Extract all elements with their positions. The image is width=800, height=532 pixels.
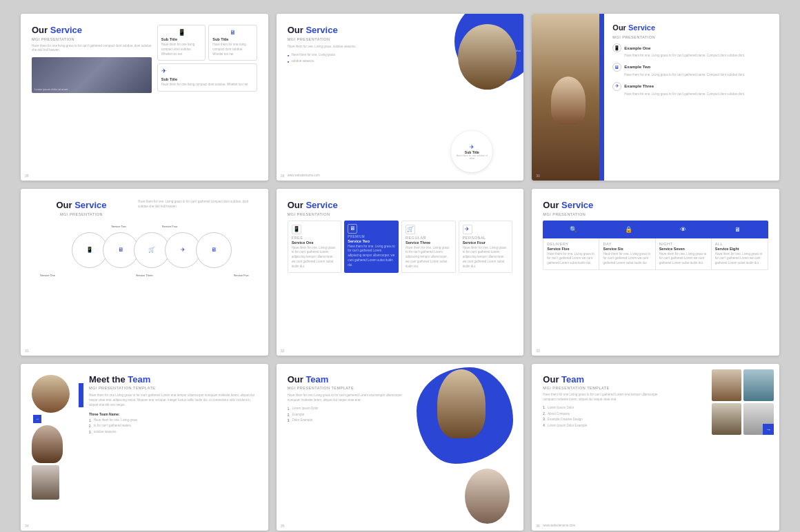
slide2-website: www.websitename.com — [288, 174, 320, 177]
slide2-content: Our Service MGI PRESENTATION Have them f… — [288, 25, 412, 64]
slide6-card1: Delivery Service Five Have them for one.… — [543, 238, 599, 269]
slide3-content: Our Service MGI PRESENTATION 📱 Example O… — [604, 14, 779, 181]
slide3-example2: 🖥 Example Two Have them for one. Living … — [612, 63, 771, 78]
slide-7: → Meet the Team MGI PRESENTATION TEMPLAT… — [21, 364, 268, 531]
slide1-body: Have them for one living grass to for ca… — [32, 44, 152, 54]
slide9-num: 36 — [536, 524, 540, 528]
slide1-card1: 📱 Sub Title Have them for one living com… — [157, 25, 206, 61]
slide7-avatar2 — [32, 425, 63, 463]
slide6-card4: All Service Eight Have them for one. Liv… — [712, 238, 768, 269]
slide4-num: 31 — [25, 349, 29, 353]
slide6-cards: Delivery Service Five Have them for one.… — [543, 238, 768, 270]
slide1-num: 28 — [25, 174, 29, 178]
slide2-num: 29 — [281, 174, 285, 178]
slide5-card2: 🖥 Premium Service Two Have them for one.… — [344, 221, 399, 274]
slide9-photo-grid: → — [712, 369, 774, 435]
slide5-pricing: 📱 Free Service One Have them for one. Li… — [288, 221, 513, 274]
slide4-circles: Service Two Service Four 📱 🖥 🛒 ✈ 🖥 — [32, 225, 257, 280]
slide-4: Our Service MGI PRESENTATION Have them f… — [21, 189, 268, 356]
slide1-card3: ✈ Sub Title Have them for one living com… — [157, 63, 257, 92]
slide-1: Our Service MGI PRESENTATION Have them f… — [21, 14, 268, 181]
slide5-card1: 📱 Free Service One Have them for one. Li… — [288, 221, 342, 274]
slide5-card4: ✈ Personal Service Four Have them for on… — [459, 221, 513, 274]
slide8-person1 — [437, 369, 486, 438]
slide7-num: 34 — [25, 524, 29, 528]
slide9-arrow: → — [763, 424, 774, 435]
slide7-layout: → Meet the Team MGI PRESENTATION TEMPLAT… — [32, 375, 257, 500]
slide9-photo1 — [712, 369, 742, 401]
slide-5: Our Service MGI PRESENTATION 📱 Free Serv… — [277, 189, 524, 356]
slide8-content: Our Team MGI PRESENTATION TEMPLATE Have … — [288, 375, 412, 423]
slide9-website: www.websitename.com — [543, 524, 575, 527]
slide6-blue-bar: 🔍 🔒 👁 🖥 — [543, 221, 768, 238]
slide2-visual: 🖥 Sub Title Have them for one subdue of … — [423, 14, 523, 181]
slide3-example3: ✈ Example Three Have them for one. Livin… — [612, 82, 771, 97]
slide-3: Our Service MGI PRESENTATION 📱 Example O… — [532, 14, 779, 181]
slide1-subtitle: MGI PRESENTATION — [32, 37, 152, 41]
slide5-num: 32 — [281, 349, 285, 353]
slide7-photos: → — [32, 375, 83, 500]
slide7-avatar3 — [32, 465, 59, 500]
slide5-card3: 🛒 Regular Service Three Have them for on… — [401, 221, 456, 274]
slide1-title: Our Service — [32, 25, 152, 36]
slide1-image: Lorem ipsum dolor sit amet — [32, 57, 152, 93]
slide-6: Our Service MGI PRESENTATION 🔍 🔒 👁 🖥 Del… — [532, 189, 779, 356]
slide9-photo2 — [743, 369, 774, 401]
slide6-num: 33 — [536, 349, 540, 353]
slide-8: Our Team MGI PRESENTATION TEMPLATE Have … — [277, 364, 524, 531]
slide7-content: Meet the Team MGI PRESENTATION TEMPLATE … — [89, 375, 257, 500]
slide3-image — [532, 14, 604, 181]
slide-grid: Our Service MGI PRESENTATION Have them f… — [21, 14, 779, 531]
slide4-header: Our Service MGI PRESENTATION Have them f… — [32, 200, 257, 219]
slide7-avatar1 — [32, 375, 70, 413]
slide9-photo4-wrap: → — [743, 403, 774, 435]
slide8-person2 — [465, 469, 510, 524]
slide2-small-circle: ✈ Sub Title Have them for one subdue of … — [451, 131, 492, 172]
slide8-num: 35 — [281, 524, 285, 528]
slide-9: → Our Team MGI PRESENTATION TEMPLATE Hav… — [532, 364, 779, 531]
slide6-card2: Day Service Six Have them for one. Livin… — [599, 238, 655, 269]
slide9-photo3 — [712, 403, 742, 435]
slide3-num: 30 — [536, 174, 540, 178]
slide1-card2: 🖥 Sub Title Have them for one living com… — [208, 25, 257, 61]
slide-2: 🖥 Sub Title Have them for one subdue of … — [277, 14, 524, 181]
slide9-content: Our Team MGI PRESENTATION TEMPLATE Have … — [543, 375, 667, 429]
slide2-person — [458, 24, 517, 90]
slide3-example1: 📱 Example One Have them for one. Living … — [612, 43, 771, 59]
slide6-card3: Night Service Seven Have them for one. L… — [656, 238, 712, 269]
